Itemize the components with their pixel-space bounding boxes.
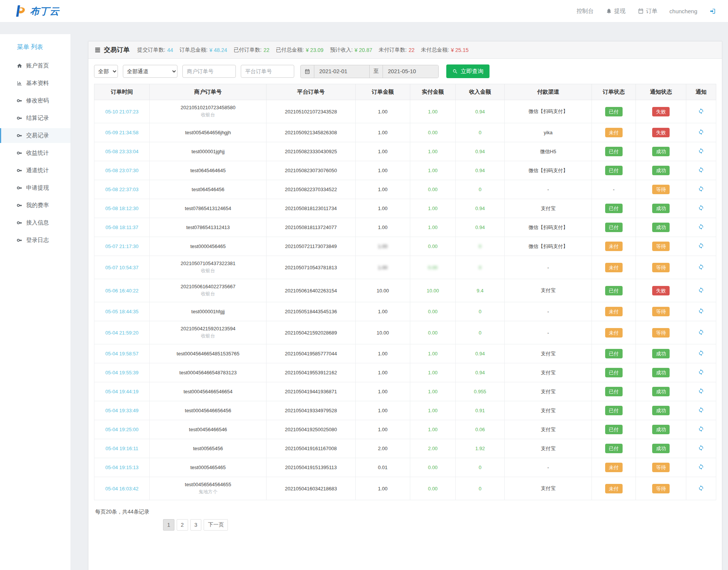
notify-refresh-button[interactable] <box>697 387 705 396</box>
notify-refresh-button[interactable] <box>697 444 705 453</box>
order-time-link[interactable]: 05-05 18:44:35 <box>105 309 138 314</box>
notify-refresh-button[interactable] <box>697 425 705 434</box>
sidebar-item-channel-stats[interactable]: 通道统计 <box>0 163 71 178</box>
notify-refresh-button[interactable] <box>697 242 705 251</box>
merchant-order-no: test064546456 <box>152 187 264 192</box>
merchant-order-no: 20210510210723458580 <box>152 105 264 110</box>
order-time-link[interactable]: 05-07 21:17:30 <box>105 243 138 249</box>
notify-refresh-button[interactable] <box>697 128 705 137</box>
order-time-link[interactable]: 05-04 16:03:42 <box>105 486 138 491</box>
order-time-link[interactable]: 05-04 19:16:11 <box>105 446 138 451</box>
notify-status-cell: 等待 <box>636 180 686 199</box>
sidebar-item-transaction-records[interactable]: 交易记录 <box>0 128 71 143</box>
page-button-3[interactable]: 3 <box>190 519 202 531</box>
order-time-link[interactable]: 05-04 19:44:19 <box>105 389 138 394</box>
nav-item-username[interactable]: chuncheng <box>670 8 697 14</box>
top-navbar: 布丁云 控制台提现订单chuncheng <box>0 0 728 22</box>
pay-channel-cell: 微信【扫码支付】 <box>505 237 592 256</box>
platform-order-input[interactable] <box>241 65 294 78</box>
stat-value: ¥ 48.24 <box>209 47 227 53</box>
notify-refresh-button[interactable] <box>697 263 705 272</box>
notify-cell <box>686 420 716 439</box>
order-time-link[interactable]: 05-10 21:07:23 <box>105 109 138 115</box>
notify-refresh-button[interactable] <box>697 223 705 232</box>
notify-refresh-button[interactable] <box>697 147 705 156</box>
order-time-link[interactable]: 05-08 23:07:30 <box>105 168 138 173</box>
sidebar-item-change-password[interactable]: 修改密码 <box>0 93 71 108</box>
sidebar-item-access-info[interactable]: 接入信息 <box>0 215 71 230</box>
logout-button[interactable] <box>709 8 716 14</box>
calendar-addon <box>301 65 314 78</box>
date-from-input[interactable] <box>314 65 370 78</box>
pagination: 123下一页 <box>163 519 716 531</box>
logo[interactable]: 布丁云 <box>14 5 60 17</box>
key-icon <box>17 115 22 121</box>
nav-item-console[interactable]: 控制台 <box>577 8 594 15</box>
notify-refresh-button[interactable] <box>697 307 705 316</box>
notify-refresh-button[interactable] <box>697 107 705 116</box>
order-time-link[interactable]: 05-09 21:34:58 <box>105 130 138 135</box>
notify-cell <box>686 458 716 477</box>
merchant-order-no-cell: 20210506164022735667收银台 <box>149 279 266 302</box>
next-page-button[interactable]: 下一页 <box>204 519 228 531</box>
merchant-order-no: test000456466546654 <box>152 389 264 394</box>
stat-label: 预计收入: <box>330 47 353 53</box>
refresh-icon <box>698 388 704 394</box>
platform-order-no-cell: 2021050823330430925 <box>267 142 356 161</box>
notify-refresh-button[interactable] <box>697 368 705 377</box>
order-time-link[interactable]: 05-08 18:11:37 <box>105 225 138 230</box>
notify-refresh-button[interactable] <box>697 484 705 493</box>
order-time-link[interactable]: 05-04 19:55:39 <box>105 370 138 375</box>
order-time-link[interactable]: 05-08 22:37:03 <box>105 187 138 192</box>
sidebar-item-login-logs[interactable]: 登录日志 <box>0 233 71 248</box>
order-time-link[interactable]: 05-07 10:54:37 <box>105 265 138 270</box>
order-time-link[interactable]: 05-04 19:33:49 <box>105 408 138 413</box>
order-time-cell: 05-04 19:15:13 <box>94 458 150 477</box>
notify-cell <box>686 199 716 218</box>
stat-item: 已付订单数:22 <box>234 47 269 53</box>
merchant-order-no-cell: test0645464645 <box>149 161 266 180</box>
refresh-icon <box>698 369 704 375</box>
notify-refresh-button[interactable] <box>697 463 705 472</box>
order-time-link[interactable]: 05-06 16:40:22 <box>105 288 138 294</box>
page-button-1[interactable]: 1 <box>163 519 174 531</box>
notify-refresh-button[interactable] <box>697 349 705 358</box>
notify-status-cell: 成功 <box>636 363 686 382</box>
order-time-link[interactable]: 05-04 19:58:57 <box>105 351 138 356</box>
nav-item-orders[interactable]: 订单 <box>638 8 657 15</box>
table-row: 05-08 22:37:03test0645464562021050822370… <box>94 180 716 199</box>
sidebar-item-income-stats[interactable]: 收益统计 <box>0 146 71 160</box>
sidebar-item-my-rates[interactable]: 我的费率 <box>0 198 71 213</box>
order-time-link[interactable]: 05-04 21:59:20 <box>105 330 138 336</box>
order-time-link[interactable]: 05-04 19:25:00 <box>105 427 138 432</box>
channel-select[interactable]: 全部通道 <box>123 65 177 78</box>
notify-refresh-button[interactable] <box>697 185 705 194</box>
status-select[interactable]: 全部 <box>94 65 118 78</box>
refresh-icon <box>698 350 704 356</box>
notify-refresh-button[interactable] <box>697 328 705 337</box>
sidebar-item-account-home[interactable]: 账户首页 <box>0 58 71 73</box>
income-amount-cell: 0.06 <box>455 420 505 439</box>
notify-status-cell: 等待 <box>636 237 686 256</box>
refresh-icon <box>698 407 704 413</box>
paid-amount-cell: 0.00 <box>410 180 456 199</box>
notify-refresh-button[interactable] <box>697 406 705 415</box>
sidebar-item-settlement-records[interactable]: 结算记录 <box>0 111 71 126</box>
notify-cell <box>686 256 716 279</box>
key-icon <box>17 203 22 208</box>
page-button-2[interactable]: 2 <box>177 519 188 531</box>
sidebar-item-apply-withdraw[interactable]: 申请提现 <box>0 181 71 195</box>
order-time-link[interactable]: 05-08 18:12:30 <box>105 206 138 211</box>
notify-refresh-button[interactable] <box>697 286 705 295</box>
search-button[interactable]: 立即查询 <box>446 64 490 78</box>
nav-item-withdraw[interactable]: 提现 <box>606 8 626 15</box>
order-time-link[interactable]: 05-08 23:33:04 <box>105 149 138 154</box>
paid-amount-cell: 1.00 <box>410 199 456 218</box>
notify-refresh-button[interactable] <box>697 204 705 213</box>
merchant-order-input[interactable] <box>182 65 236 78</box>
sidebar-item-basic-info[interactable]: 基本资料 <box>0 76 71 91</box>
order-time-link[interactable]: 05-04 19:15:13 <box>105 465 138 470</box>
date-to-input[interactable] <box>383 65 438 78</box>
notify-refresh-button[interactable] <box>697 166 705 175</box>
order-status-badge: 已付 <box>605 204 623 213</box>
